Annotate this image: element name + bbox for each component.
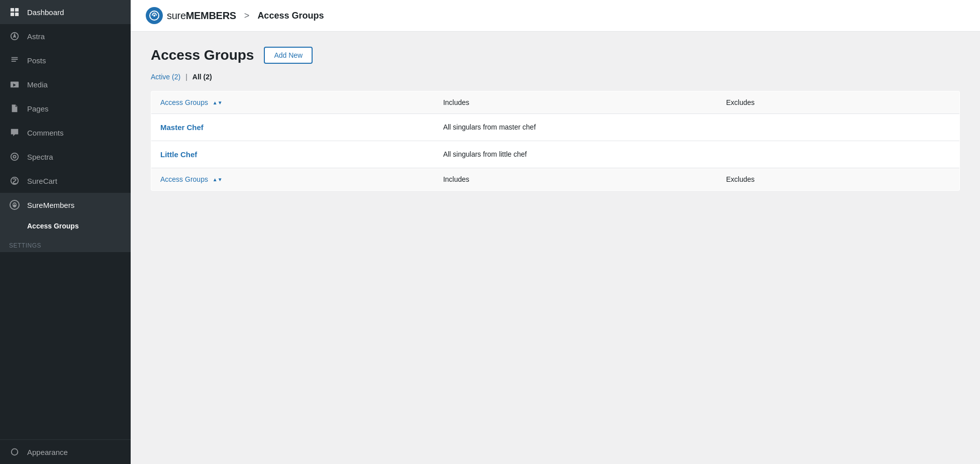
- access-groups-table: Access Groups ▲▼ Includes Excludes Maste…: [151, 91, 960, 191]
- sidebar-submenu-suremembers: Access Groups: [0, 217, 131, 235]
- footer-column-label: Includes: [443, 175, 469, 183]
- content-area: Access Groups Add New Active (2) | All (…: [131, 32, 980, 464]
- spectra-icon: [9, 151, 20, 162]
- brand-logo: sureMEMBERS: [146, 7, 236, 24]
- cell-includes: All singulars from master chef: [434, 114, 717, 141]
- sidebar-item-label: SureCart: [27, 177, 57, 185]
- sidebar-item-media[interactable]: Media: [0, 72, 131, 96]
- sidebar-item-label: Spectra: [27, 153, 53, 161]
- svg-point-6: [11, 153, 18, 160]
- breadcrumb-separator: >: [244, 11, 250, 21]
- sidebar-item-surecart[interactable]: SureCart: [0, 169, 131, 193]
- table-footer-row: Access Groups ▲▼ Includes Excludes: [151, 168, 960, 191]
- surecart-icon: [9, 175, 20, 186]
- sort-arrows-icon: ▲▼: [213, 100, 223, 105]
- column-label: Excludes: [726, 98, 755, 106]
- footer-column-label: Access Groups: [160, 175, 208, 183]
- table-body: Master Chef All singulars from master ch…: [151, 114, 960, 168]
- svg-rect-0: [11, 8, 14, 12]
- footer-column-access-groups[interactable]: Access Groups ▲▼: [151, 168, 434, 191]
- suremembers-icon: [9, 199, 20, 210]
- sidebar-item-comments[interactable]: Comments: [0, 121, 131, 145]
- footer-sort-arrows-icon: ▲▼: [213, 177, 223, 182]
- filter-bar: Active (2) | All (2): [151, 73, 960, 81]
- settings-section-title: Settings: [0, 235, 131, 252]
- filter-separator: |: [185, 73, 187, 81]
- settings-label: Settings: [9, 242, 41, 249]
- page-title: Access Groups: [151, 47, 254, 63]
- brand-icon: [146, 7, 163, 24]
- sidebar-item-dashboard[interactable]: Dashboard: [0, 0, 131, 24]
- sidebar-item-label: Posts: [27, 56, 46, 65]
- topbar: sureMEMBERS > Access Groups: [131, 0, 980, 32]
- astra-icon: [9, 31, 20, 42]
- cell-includes: All singulars from little chef: [434, 141, 717, 168]
- sidebar-item-posts[interactable]: Posts: [0, 48, 131, 72]
- dashboard-icon: [9, 7, 20, 18]
- sidebar-item-spectra[interactable]: Spectra: [0, 145, 131, 169]
- sidebar-item-label: SureMembers: [27, 201, 74, 209]
- footer-column-label: Excludes: [726, 175, 755, 183]
- media-icon: [9, 79, 20, 90]
- brand-name-light: sure: [167, 10, 186, 21]
- table-header-row: Access Groups ▲▼ Includes Excludes: [151, 91, 960, 114]
- table-header: Access Groups ▲▼ Includes Excludes: [151, 91, 960, 114]
- column-access-groups[interactable]: Access Groups ▲▼: [151, 91, 434, 114]
- sidebar-item-label: Pages: [27, 104, 49, 113]
- sidebar-item-appearance[interactable]: Appearance: [0, 439, 131, 464]
- sidebar: Dashboard Astra Posts Media Pages Commen…: [0, 0, 131, 464]
- sidebar-item-pages[interactable]: Pages: [0, 96, 131, 121]
- page-header: Access Groups Add New: [151, 47, 960, 64]
- appearance-icon: [9, 446, 20, 457]
- column-includes: Includes: [434, 91, 717, 114]
- breadcrumb-current: Access Groups: [257, 11, 324, 21]
- table-row: Master Chef All singulars from master ch…: [151, 114, 960, 141]
- table-row: Little Chef All singulars from little ch…: [151, 141, 960, 168]
- footer-column-excludes: Excludes: [717, 168, 960, 191]
- table-footer: Access Groups ▲▼ Includes Excludes: [151, 168, 960, 191]
- add-new-button[interactable]: Add New: [264, 47, 313, 64]
- main-content: sureMEMBERS > Access Groups Access Group…: [131, 0, 980, 464]
- filter-all[interactable]: All (2): [192, 73, 212, 81]
- row-name-link[interactable]: Master Chef: [160, 123, 204, 132]
- column-label: Access Groups: [160, 98, 208, 106]
- svg-rect-3: [15, 13, 19, 16]
- sidebar-item-label: Dashboard: [27, 8, 64, 17]
- comments-icon: [9, 127, 20, 138]
- svg-rect-2: [11, 13, 14, 16]
- cell-excludes: [717, 114, 960, 141]
- svg-rect-1: [15, 8, 19, 12]
- column-excludes: Excludes: [717, 91, 960, 114]
- svg-point-10: [153, 15, 155, 17]
- sidebar-item-label: Comments: [27, 129, 64, 137]
- pages-icon: [9, 103, 20, 114]
- row-name-link[interactable]: Little Chef: [160, 150, 197, 159]
- sidebar-item-label: Media: [27, 80, 48, 89]
- brand-name: sureMEMBERS: [167, 10, 236, 22]
- brand-name-bold: MEMBERS: [186, 10, 236, 21]
- sidebar-submenu-item-access-groups[interactable]: Access Groups: [0, 217, 131, 235]
- sidebar-item-label: Appearance: [27, 448, 68, 456]
- sidebar-item-suremembers[interactable]: SureMembers: [0, 193, 131, 217]
- submenu-item-label: Access Groups: [27, 222, 79, 230]
- sidebar-item-astra[interactable]: Astra: [0, 24, 131, 48]
- footer-column-includes: Includes: [434, 168, 717, 191]
- posts-icon: [9, 55, 20, 66]
- sidebar-item-label: Astra: [27, 32, 45, 41]
- column-label: Includes: [443, 98, 469, 106]
- cell-excludes: [717, 141, 960, 168]
- cell-name: Master Chef: [151, 114, 434, 141]
- cell-name: Little Chef: [151, 141, 434, 168]
- filter-active[interactable]: Active (2): [151, 73, 180, 81]
